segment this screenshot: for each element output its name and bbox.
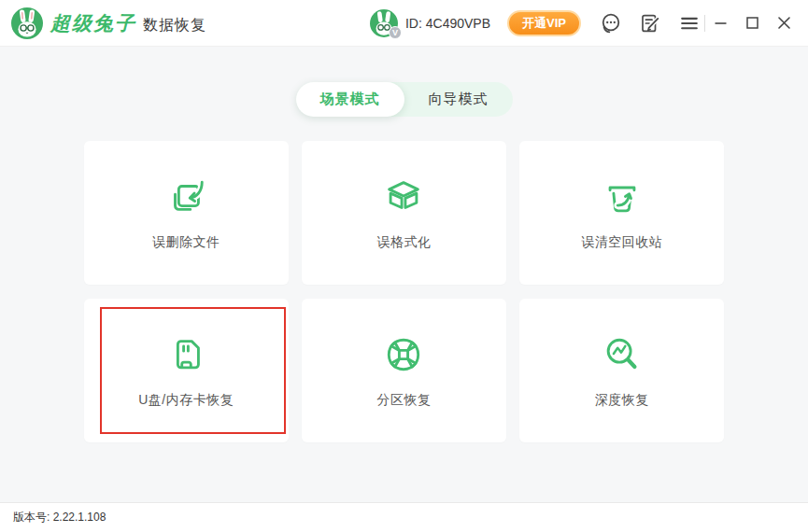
mode-tabs: 场景模式 向导模式 <box>0 47 808 117</box>
user-avatar[interactable]: V <box>370 9 398 37</box>
close-button[interactable] <box>771 10 797 36</box>
card-formatted[interactable]: 误格式化 <box>302 141 506 285</box>
mode-tab-switch: 场景模式 向导模式 <box>296 82 513 117</box>
footer: 版本号: 2.22.1.108 <box>0 502 808 532</box>
file-restore-icon <box>164 175 207 218</box>
card-usb-sd-recovery[interactable]: U盘/内存卡恢复 <box>84 299 289 442</box>
sd-card-icon <box>164 333 207 376</box>
feedback-button[interactable] <box>639 12 661 35</box>
main-content: 场景模式 向导模式 误删除文件 <box>0 47 808 502</box>
maximize-icon <box>746 17 758 29</box>
customer-service-button[interactable] <box>600 12 622 35</box>
maximize-button[interactable] <box>739 10 765 36</box>
main-menu-button[interactable] <box>678 12 701 35</box>
recovery-cards-grid: 误删除文件 误格式化 <box>84 141 725 442</box>
user-id: ID: 4C490VPB <box>405 16 490 31</box>
customer-service-icon <box>600 12 622 35</box>
card-label: 分区恢复 <box>376 392 431 409</box>
card-recycle-bin[interactable]: 误清空回收站 <box>519 141 724 285</box>
deep-scan-icon <box>601 333 644 376</box>
product-name: 数据恢复 <box>143 16 206 35</box>
app-window: 超级兔子 数据恢复 V ID: 4C490VPB 开通VIP <box>0 0 808 532</box>
feedback-icon <box>639 12 661 35</box>
menu-icon <box>679 13 700 34</box>
partition-icon <box>382 333 425 376</box>
minimize-button[interactable] <box>707 10 733 36</box>
titlebar-divider <box>704 15 705 32</box>
tab-wizard-mode[interactable]: 向导模式 <box>404 82 513 117</box>
vip-level-badge: V <box>389 26 402 39</box>
window-controls <box>707 10 797 36</box>
version-label: 版本号: 2.22.1.108 <box>13 510 106 525</box>
card-deleted-files[interactable]: 误删除文件 <box>84 141 289 285</box>
titlebar: 超级兔子 数据恢复 V ID: 4C490VPB 开通VIP <box>0 0 808 47</box>
card-deep-recovery[interactable]: 深度恢复 <box>519 299 724 442</box>
rabbit-logo-icon <box>11 7 43 39</box>
minimize-icon <box>715 17 727 29</box>
cube-icon <box>382 175 425 218</box>
card-label: 误删除文件 <box>152 234 220 251</box>
card-label: 深度恢复 <box>595 392 649 409</box>
close-icon <box>778 17 790 29</box>
trash-restore-icon <box>601 175 644 218</box>
card-label: U盘/内存卡恢复 <box>138 392 234 409</box>
titlebar-icons <box>600 12 701 35</box>
tab-scene-mode[interactable]: 场景模式 <box>296 82 404 117</box>
open-vip-button[interactable]: 开通VIP <box>507 10 581 36</box>
card-label: 误清空回收站 <box>581 234 662 251</box>
card-partition-recovery[interactable]: 分区恢复 <box>302 299 506 442</box>
app-title: 超级兔子 数据恢复 <box>50 10 206 36</box>
card-label: 误格式化 <box>376 234 431 251</box>
brand-name: 超级兔子 <box>50 10 136 36</box>
